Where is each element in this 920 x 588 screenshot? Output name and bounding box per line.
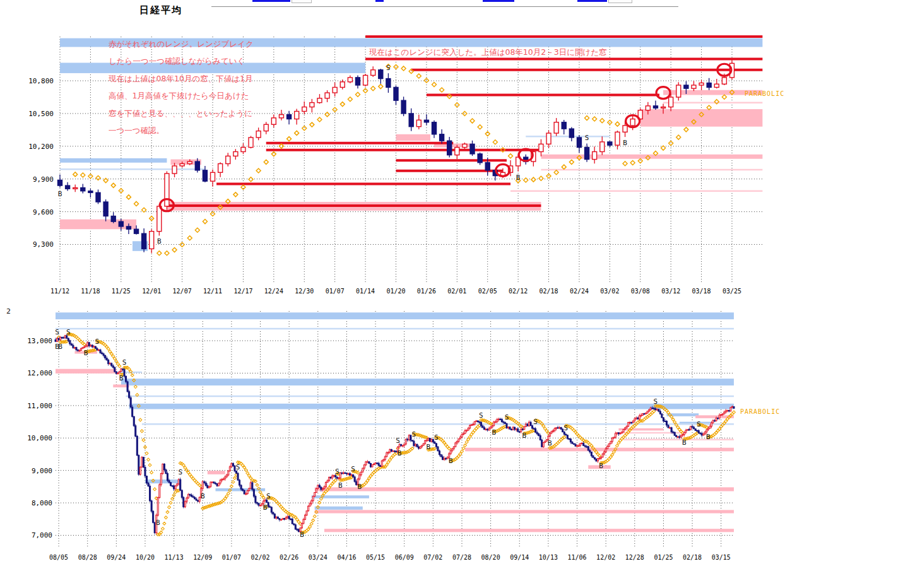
svg-text:03/02: 03/02 [600, 288, 619, 295]
svg-text:12/09: 12/09 [193, 554, 212, 561]
svg-text:B: B [58, 190, 62, 198]
svg-text:05/15: 05/15 [366, 554, 385, 561]
svg-text:01/20: 01/20 [386, 288, 405, 295]
svg-text:02/24: 02/24 [570, 288, 589, 295]
svg-text:13,000: 13,000 [27, 337, 52, 345]
svg-text:S: S [386, 64, 391, 72]
page-number-label: 2 [6, 307, 11, 315]
svg-text:11/13: 11/13 [165, 554, 184, 561]
annotation-line: 赤がそれぞれのレンジ。レンジブレイク [109, 35, 254, 52]
top-nav-input-stub-2[interactable] [608, 0, 632, 3]
svg-text:11/25: 11/25 [112, 288, 131, 295]
svg-text:B: B [338, 481, 343, 490]
svg-text:S: S [335, 467, 339, 476]
annotation-line: 高値、1月高値を下抜けたら今日あけた [109, 87, 254, 104]
page-title: 日経平均 [139, 4, 182, 16]
svg-text:03/12: 03/12 [661, 288, 680, 295]
svg-text:S: S [653, 397, 658, 406]
svg-text:B: B [119, 374, 124, 382]
top-nav-link-stub-3[interactable] [483, 0, 514, 2]
svg-text:B: B [357, 483, 362, 491]
svg-text:01/25: 01/25 [654, 554, 673, 561]
svg-text:S: S [266, 492, 271, 500]
top-nav-link-stub-4[interactable] [577, 0, 607, 2]
svg-text:12/24: 12/24 [264, 288, 283, 295]
svg-text:07/28: 07/28 [452, 554, 471, 561]
svg-text:S: S [178, 468, 182, 476]
svg-text:07/02: 07/02 [423, 554, 442, 561]
svg-text:B: B [516, 173, 521, 182]
svg-text:03/25: 03/25 [722, 288, 741, 295]
svg-text:12,000: 12,000 [27, 369, 52, 377]
svg-text:S: S [563, 424, 568, 432]
svg-text:B: B [156, 519, 160, 527]
svg-text:9,300: 9,300 [33, 240, 54, 249]
svg-text:12/07: 12/07 [173, 288, 192, 295]
svg-text:10/13: 10/13 [539, 554, 558, 561]
top-nav-input-stub-1[interactable] [292, 0, 312, 3]
svg-text:09/14: 09/14 [510, 554, 529, 561]
top-nav-link-stub-2[interactable] [375, 0, 384, 2]
svg-text:11/12: 11/12 [50, 288, 69, 295]
svg-text:S: S [95, 338, 100, 346]
svg-text:10,000: 10,000 [27, 434, 52, 442]
svg-text:S: S [697, 420, 701, 428]
svg-text:02/12: 02/12 [509, 288, 528, 295]
top-separator [211, 6, 678, 7]
svg-text:B: B [55, 343, 59, 351]
svg-text:B: B [398, 449, 402, 457]
svg-text:09/24: 09/24 [107, 554, 126, 561]
annotation-line: 現在は上値は08年10月の窓、下値は1月 [109, 70, 254, 87]
svg-text:S: S [505, 413, 509, 421]
annotation-line: したら一つ一つ確認しながらみていく [109, 52, 254, 69]
svg-text:06/09: 06/09 [395, 554, 414, 561]
svg-text:B: B [599, 462, 603, 470]
svg-text:S: S [55, 328, 59, 336]
svg-text:B: B [84, 349, 88, 357]
svg-text:01/07: 01/07 [326, 288, 345, 295]
svg-text:B: B [426, 443, 430, 451]
nikkei-longterm-chart: 13,00012,00011,00010,0009,0008,0007,0000… [22, 307, 811, 570]
svg-text:10/20: 10/20 [136, 554, 155, 561]
svg-text:PARABOLIC: PARABOLIC [740, 408, 780, 415]
svg-text:B: B [706, 433, 711, 441]
svg-text:S: S [533, 418, 538, 426]
svg-text:S: S [479, 411, 483, 420]
svg-text:02/01: 02/01 [447, 288, 466, 295]
svg-text:B: B [492, 428, 496, 437]
svg-text:9,600: 9,600 [33, 208, 54, 216]
range-annotation-block: 赤がそれぞれのレンジ。レンジブレイク したら一つ一つ確認しながらみていく 現在は… [109, 35, 254, 139]
svg-text:9,900: 9,900 [33, 175, 54, 184]
svg-text:B: B [548, 439, 552, 447]
svg-text:11/06: 11/06 [567, 554, 586, 561]
svg-text:01/26: 01/26 [417, 288, 436, 295]
svg-text:01/07: 01/07 [222, 554, 241, 561]
svg-text:12/01: 12/01 [142, 288, 161, 295]
svg-text:11/18: 11/18 [81, 288, 100, 295]
svg-text:03/15: 03/15 [712, 554, 731, 561]
svg-text:B: B [449, 457, 453, 465]
top-nav-link-stub-1[interactable] [252, 0, 290, 2]
svg-text:08/05: 08/05 [49, 554, 68, 561]
current-range-annotation: 現在はこのレンジに突入した。上値は08年10月2－3日に開けた窓 [369, 48, 607, 57]
svg-text:02/02: 02/02 [251, 554, 269, 561]
svg-text:02/26: 02/26 [280, 554, 298, 561]
svg-text:12/17: 12/17 [233, 288, 252, 295]
svg-text:B: B [157, 237, 162, 245]
svg-text:02/05: 02/05 [478, 288, 497, 295]
svg-text:B: B [263, 503, 268, 512]
svg-text:12/28: 12/28 [625, 554, 644, 561]
svg-text:03/18: 03/18 [692, 288, 711, 295]
annotation-line: 一つ一つ確認。 [109, 122, 254, 139]
svg-text:08/28: 08/28 [78, 554, 97, 561]
svg-text:PARABOLIC: PARABOLIC [745, 90, 784, 97]
svg-text:12/30: 12/30 [295, 288, 314, 295]
svg-text:S: S [122, 358, 127, 367]
svg-text:02/18: 02/18 [539, 288, 558, 295]
svg-text:02/18: 02/18 [683, 554, 702, 561]
svg-text:B: B [522, 432, 527, 440]
svg-text:B: B [623, 139, 627, 147]
svg-text:11,000: 11,000 [27, 402, 52, 410]
svg-text:12/02: 12/02 [596, 554, 615, 561]
svg-text:12/11: 12/11 [203, 288, 222, 295]
